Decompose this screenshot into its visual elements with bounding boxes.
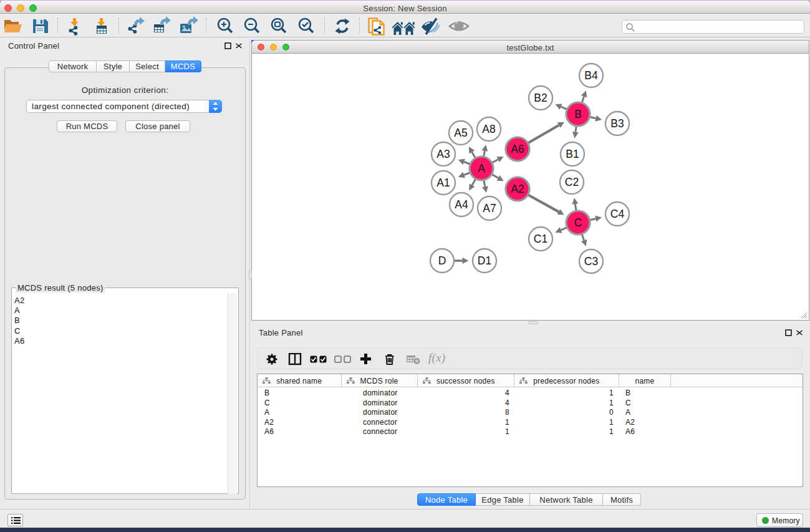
svg-text:A1: A1 — [436, 177, 450, 189]
svg-text:A8: A8 — [482, 123, 495, 135]
svg-text:C3: C3 — [584, 255, 598, 268]
svg-text:C4: C4 — [610, 208, 625, 220]
svg-text:B3: B3 — [610, 117, 624, 130]
svg-text:D1: D1 — [478, 254, 491, 267]
svg-text:B1: B1 — [566, 148, 579, 160]
svg-text:B2: B2 — [534, 92, 547, 104]
svg-text:C2: C2 — [565, 176, 579, 188]
svg-text:B: B — [574, 108, 582, 120]
svg-text:C: C — [574, 216, 582, 229]
svg-text:A3: A3 — [436, 148, 450, 160]
svg-text:A4: A4 — [455, 198, 468, 211]
svg-text:C1: C1 — [534, 233, 547, 245]
svg-text:A7: A7 — [483, 202, 496, 215]
svg-text:A6: A6 — [511, 143, 524, 155]
svg-text:B4: B4 — [584, 69, 598, 82]
svg-text:A: A — [478, 162, 485, 175]
svg-text:D: D — [438, 254, 446, 267]
svg-text:A2: A2 — [511, 183, 524, 195]
svg-text:A5: A5 — [454, 127, 467, 139]
